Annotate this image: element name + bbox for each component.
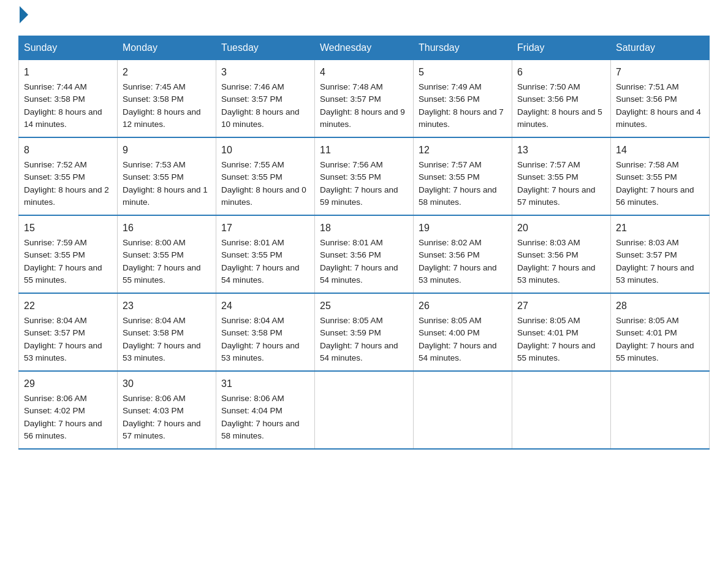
logo <box>18 12 28 23</box>
calendar-cell: 9Sunrise: 7:53 AMSunset: 3:55 PMDaylight… <box>118 137 216 215</box>
sunrise-text: Sunrise: 7:44 AM <box>24 82 87 91</box>
calendar-cell: 25Sunrise: 8:05 AMSunset: 3:59 PMDayligh… <box>315 293 414 371</box>
sunrise-text: Sunrise: 7:59 AM <box>24 238 87 247</box>
weekday-header-sunday: Sunday <box>19 36 118 60</box>
day-number: 31 <box>221 377 309 391</box>
sunrise-text: Sunrise: 7:46 AM <box>221 82 284 91</box>
sunrise-text: Sunrise: 7:58 AM <box>616 160 679 169</box>
daylight-text: Daylight: 7 hours and 53 minutes. <box>221 341 300 362</box>
calendar-cell: 11Sunrise: 7:56 AMSunset: 3:55 PMDayligh… <box>315 137 414 215</box>
sunset-text: Sunset: 3:55 PM <box>616 172 677 182</box>
day-number: 28 <box>616 299 704 313</box>
sunset-text: Sunset: 3:59 PM <box>320 328 381 337</box>
weekday-header-thursday: Thursday <box>414 36 512 60</box>
sunrise-text: Sunrise: 8:04 AM <box>123 316 186 325</box>
sunset-text: Sunset: 3:56 PM <box>419 250 480 259</box>
sunrise-text: Sunrise: 8:01 AM <box>320 238 383 247</box>
calendar-cell: 12Sunrise: 7:57 AMSunset: 3:55 PMDayligh… <box>414 137 512 215</box>
daylight-text: Daylight: 7 hours and 55 minutes. <box>123 263 201 285</box>
sunrise-text: Sunrise: 7:57 AM <box>419 160 482 169</box>
daylight-text: Daylight: 8 hours and 10 minutes. <box>221 107 300 129</box>
calendar-cell: 5Sunrise: 7:49 AMSunset: 3:56 PMDaylight… <box>414 60 512 138</box>
calendar-table: SundayMondayTuesdayWednesdayThursdayFrid… <box>18 36 710 450</box>
sunrise-text: Sunrise: 8:03 AM <box>616 238 679 247</box>
daylight-text: Daylight: 7 hours and 53 minutes. <box>24 341 102 362</box>
daylight-text: Daylight: 8 hours and 0 minutes. <box>221 185 306 207</box>
calendar-cell <box>512 371 611 449</box>
sunrise-text: Sunrise: 7:52 AM <box>24 160 87 169</box>
logo-arrow-icon <box>20 6 28 23</box>
sunset-text: Sunset: 3:55 PM <box>123 250 184 259</box>
sunset-text: Sunset: 4:04 PM <box>221 406 282 415</box>
sunrise-text: Sunrise: 8:01 AM <box>221 238 284 247</box>
sunrise-text: Sunrise: 8:04 AM <box>221 316 284 325</box>
calendar-cell: 20Sunrise: 8:03 AMSunset: 3:56 PMDayligh… <box>512 215 611 293</box>
day-number: 16 <box>123 221 211 236</box>
week-row-2: 8Sunrise: 7:52 AMSunset: 3:55 PMDaylight… <box>19 137 710 215</box>
day-number: 4 <box>320 65 408 80</box>
calendar-cell: 13Sunrise: 7:57 AMSunset: 3:55 PMDayligh… <box>512 137 611 215</box>
sunset-text: Sunset: 4:02 PM <box>24 406 85 415</box>
sunset-text: Sunset: 4:01 PM <box>517 328 578 337</box>
sunrise-text: Sunrise: 7:45 AM <box>123 82 186 91</box>
day-number: 30 <box>123 377 211 391</box>
day-number: 23 <box>123 299 211 313</box>
daylight-text: Daylight: 7 hours and 54 minutes. <box>320 341 398 362</box>
daylight-text: Daylight: 8 hours and 12 minutes. <box>123 107 201 129</box>
sunset-text: Sunset: 3:55 PM <box>24 250 85 259</box>
header-row: SundayMondayTuesdayWednesdayThursdayFrid… <box>19 36 710 60</box>
weekday-header-tuesday: Tuesday <box>216 36 315 60</box>
sunset-text: Sunset: 3:55 PM <box>221 250 282 259</box>
daylight-text: Daylight: 8 hours and 5 minutes. <box>517 107 602 129</box>
day-number: 11 <box>320 143 408 158</box>
weekday-header-monday: Monday <box>118 36 216 60</box>
sunset-text: Sunset: 3:57 PM <box>320 94 381 104</box>
sunset-text: Sunset: 3:55 PM <box>419 172 480 182</box>
calendar-cell: 18Sunrise: 8:01 AMSunset: 3:56 PMDayligh… <box>315 215 414 293</box>
week-row-1: 1Sunrise: 7:44 AMSunset: 3:58 PMDaylight… <box>19 60 710 138</box>
sunrise-text: Sunrise: 7:53 AM <box>123 160 186 169</box>
sunset-text: Sunset: 3:56 PM <box>419 94 480 104</box>
calendar-cell: 24Sunrise: 8:04 AMSunset: 3:58 PMDayligh… <box>216 293 315 371</box>
daylight-text: Daylight: 7 hours and 56 minutes. <box>24 419 102 440</box>
calendar-cell: 15Sunrise: 7:59 AMSunset: 3:55 PMDayligh… <box>19 215 118 293</box>
day-number: 20 <box>517 221 605 236</box>
daylight-text: Daylight: 7 hours and 57 minutes. <box>123 419 201 440</box>
sunset-text: Sunset: 3:55 PM <box>24 172 85 182</box>
sunset-text: Sunset: 4:01 PM <box>616 328 677 337</box>
daylight-text: Daylight: 7 hours and 53 minutes. <box>616 263 694 285</box>
day-number: 13 <box>517 143 605 158</box>
calendar-cell: 2Sunrise: 7:45 AMSunset: 3:58 PMDaylight… <box>118 60 216 138</box>
sunrise-text: Sunrise: 7:49 AM <box>419 82 482 91</box>
sunset-text: Sunset: 3:55 PM <box>517 172 578 182</box>
sunrise-text: Sunrise: 8:02 AM <box>419 238 482 247</box>
day-number: 21 <box>616 221 704 236</box>
daylight-text: Daylight: 7 hours and 58 minutes. <box>419 185 497 207</box>
calendar-cell: 23Sunrise: 8:04 AMSunset: 3:58 PMDayligh… <box>118 293 216 371</box>
weekday-header-saturday: Saturday <box>611 36 710 60</box>
day-number: 2 <box>123 65 211 80</box>
calendar-cell: 21Sunrise: 8:03 AMSunset: 3:57 PMDayligh… <box>611 215 710 293</box>
sunset-text: Sunset: 3:56 PM <box>517 94 578 104</box>
sunrise-text: Sunrise: 7:57 AM <box>517 160 580 169</box>
sunrise-text: Sunrise: 8:00 AM <box>123 238 186 247</box>
sunrise-text: Sunrise: 8:05 AM <box>419 316 482 325</box>
sunset-text: Sunset: 3:56 PM <box>616 94 677 104</box>
calendar-cell: 30Sunrise: 8:06 AMSunset: 4:03 PMDayligh… <box>118 371 216 449</box>
sunrise-text: Sunrise: 8:04 AM <box>24 316 87 325</box>
day-number: 25 <box>320 299 408 313</box>
daylight-text: Daylight: 8 hours and 1 minute. <box>123 185 208 207</box>
calendar-cell: 3Sunrise: 7:46 AMSunset: 3:57 PMDaylight… <box>216 60 315 138</box>
day-number: 24 <box>221 299 309 313</box>
calendar-cell <box>414 371 512 449</box>
weekday-header-wednesday: Wednesday <box>315 36 414 60</box>
day-number: 10 <box>221 143 309 158</box>
calendar-cell: 10Sunrise: 7:55 AMSunset: 3:55 PMDayligh… <box>216 137 315 215</box>
daylight-text: Daylight: 8 hours and 4 minutes. <box>616 107 701 129</box>
sunrise-text: Sunrise: 8:05 AM <box>320 316 383 325</box>
daylight-text: Daylight: 8 hours and 9 minutes. <box>320 107 405 129</box>
sunrise-text: Sunrise: 8:05 AM <box>517 316 580 325</box>
daylight-text: Daylight: 7 hours and 53 minutes. <box>419 263 497 285</box>
sunrise-text: Sunrise: 8:03 AM <box>517 238 580 247</box>
sunrise-text: Sunrise: 8:06 AM <box>221 394 284 403</box>
